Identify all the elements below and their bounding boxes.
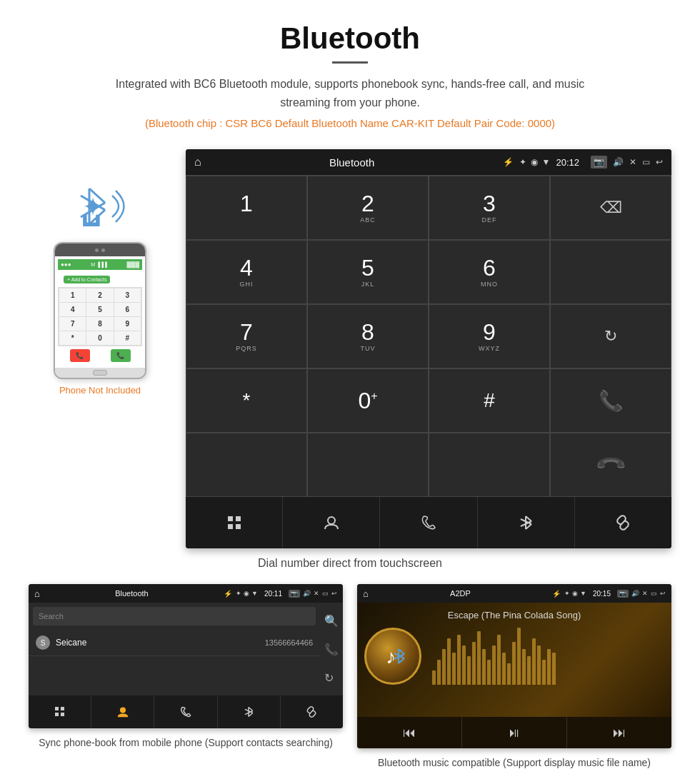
bluetooth-status-icon: ✦ xyxy=(519,157,526,167)
call-green-icon[interactable]: 📞 xyxy=(599,389,624,413)
left-bluetooth-icon[interactable] xyxy=(218,695,281,728)
left-bt-icon: ✦ xyxy=(236,590,241,597)
dial-key-8[interactable]: 8 TUV xyxy=(307,304,429,368)
action-icons: 📷 🔊 ✕ ▭ ↩ xyxy=(591,156,663,169)
search-side-icon[interactable]: 🔍 xyxy=(324,614,339,628)
search-placeholder: Search xyxy=(39,612,310,620)
phone-key-0[interactable]: 0 xyxy=(86,331,113,345)
left-volume-icon[interactable]: 🔊 xyxy=(303,590,311,597)
wifi-icon: ▼ xyxy=(542,157,551,167)
phone-key-star[interactable]: * xyxy=(59,331,86,345)
phone-home-button[interactable] xyxy=(93,370,107,376)
phone-key-6[interactable]: 6 xyxy=(114,303,141,316)
left-grid-icon[interactable] xyxy=(29,695,91,728)
call-side-icon[interactable]: 📞 xyxy=(324,643,339,656)
phone-key-3[interactable]: 3 xyxy=(114,288,141,302)
viz-bar xyxy=(462,645,466,685)
right-camera-icon[interactable]: 📷 xyxy=(617,590,629,598)
left-back-icon[interactable]: ↩ xyxy=(331,590,337,597)
left-close-icon[interactable]: ✕ xyxy=(314,590,319,597)
dial-key-9[interactable]: 9 WXYZ xyxy=(429,304,550,368)
left-gps-icon: ◉ xyxy=(244,590,249,597)
phone-key-8[interactable]: 8 xyxy=(86,317,113,331)
album-art: ♪ xyxy=(364,628,421,685)
phone-icon[interactable] xyxy=(380,497,477,548)
minimize-icon[interactable]: ▭ xyxy=(642,157,650,167)
dial-key-7[interactable]: 7 PQRS xyxy=(186,304,307,368)
backspace-icon[interactable]: ⌫ xyxy=(600,198,622,217)
svg-point-21 xyxy=(120,708,126,713)
left-link-icon[interactable] xyxy=(281,695,343,728)
volume-icon[interactable]: 🔊 xyxy=(613,157,624,167)
phone-mockup: ●●● M ▐▐▐ ▓▓▓ + Add to Contacts 1 2 3 4 … xyxy=(54,242,146,379)
viz-bar xyxy=(457,635,461,685)
contact-row[interactable]: S Seicane 13566664466 xyxy=(29,630,320,656)
dial-key-star[interactable]: * xyxy=(186,368,307,433)
dial-key-hash[interactable]: # xyxy=(429,368,550,433)
contact-list-empty xyxy=(29,656,320,695)
svg-line-16 xyxy=(621,521,625,525)
phone-status-bar: ●●● M ▐▐▐ ▓▓▓ xyxy=(58,259,142,270)
viz-bar xyxy=(527,656,531,685)
prev-button[interactable]: ⏮ xyxy=(357,717,462,748)
call-end-icon[interactable]: 📞 xyxy=(594,448,628,482)
right-car-screen: ⌂ A2DP ⚡ ✦ ◉ ▼ 20:15 📷 🔊 ✕ ▭ ↩ xyxy=(357,584,671,748)
search-bar[interactable]: Search xyxy=(33,607,316,625)
phone-key-2[interactable]: 2 xyxy=(86,288,113,302)
svg-line-23 xyxy=(249,708,253,711)
home-icon[interactable]: ⌂ xyxy=(194,156,201,169)
left-camera-icon[interactable]: 📷 xyxy=(289,590,300,598)
left-phone-icon[interactable] xyxy=(154,695,217,728)
add-contact-button[interactable]: + Add to Contacts xyxy=(64,276,110,283)
right-min-icon[interactable]: ▭ xyxy=(651,590,657,597)
left-status-icons: ✦ ◉ ▼ xyxy=(236,590,258,597)
left-home-icon[interactable]: ⌂ xyxy=(34,588,40,599)
bluetooth-icon[interactable] xyxy=(478,497,575,548)
dial-key-0[interactable]: 0+ xyxy=(307,368,429,433)
refresh-side-icon[interactable]: ↻ xyxy=(324,671,339,685)
page-title: Bluetooth xyxy=(14,21,686,56)
play-pause-button[interactable]: ⏯ xyxy=(462,717,567,748)
phone-key-hash[interactable]: # xyxy=(114,331,141,345)
phone-bottom-bar xyxy=(55,368,145,378)
phone-key-4[interactable]: 4 xyxy=(59,303,86,316)
close-icon[interactable]: ✕ xyxy=(629,157,636,167)
phone-key-9[interactable]: 9 xyxy=(114,317,141,331)
viz-bar xyxy=(537,645,541,685)
dial-key-6[interactable]: 6 MNO xyxy=(429,240,550,304)
left-min-icon[interactable]: ▭ xyxy=(322,590,329,597)
phone-key-5[interactable]: 5 xyxy=(86,303,113,316)
back-icon[interactable]: ↩ xyxy=(656,157,663,167)
music-background: Escape (The Pina Colada Song) ♪ xyxy=(357,603,671,717)
link-icon[interactable] xyxy=(575,497,671,548)
dial-key-2[interactable]: 2 ABC xyxy=(307,176,429,240)
dial-display-row1: ⌫ xyxy=(550,176,671,240)
right-volume-icon[interactable]: 🔊 xyxy=(631,590,639,597)
phone-carrier: M ▐▐▐ xyxy=(74,262,125,267)
contacts-icon[interactable] xyxy=(283,497,380,548)
phone-end-button[interactable]: 📞 xyxy=(70,349,90,362)
phone-call-button[interactable]: 📞 xyxy=(111,349,131,362)
next-button[interactable]: ⏭ xyxy=(567,717,671,748)
phone-camera xyxy=(101,248,105,252)
screen-title: Bluetooth xyxy=(207,156,497,169)
dial-key-5[interactable]: 5 JKL xyxy=(307,240,429,304)
music-content: ♪ xyxy=(364,628,664,685)
refresh-icon[interactable]: ↻ xyxy=(604,327,617,346)
dial-key-1[interactable]: 1 _ xyxy=(186,176,307,240)
dial-key-4[interactable]: 4 GHI xyxy=(186,240,307,304)
right-back-icon[interactable]: ↩ xyxy=(660,590,666,597)
phone-top-bar xyxy=(55,243,145,256)
dial-key-3[interactable]: 3 DEF xyxy=(429,176,550,240)
right-home-icon[interactable]: ⌂ xyxy=(363,588,369,599)
left-contacts-icon[interactable] xyxy=(91,695,154,728)
viz-bar xyxy=(552,653,556,685)
phone-key-7[interactable]: 7 xyxy=(59,317,86,331)
grid-icon[interactable] xyxy=(186,497,283,548)
svg-line-14 xyxy=(526,524,531,529)
contact-name: Seicane xyxy=(56,638,265,648)
phone-key-1[interactable]: 1 xyxy=(59,288,86,302)
svg-line-30 xyxy=(399,649,404,654)
camera-icon[interactable]: 📷 xyxy=(591,156,607,169)
right-close-icon[interactable]: ✕ xyxy=(642,590,648,597)
